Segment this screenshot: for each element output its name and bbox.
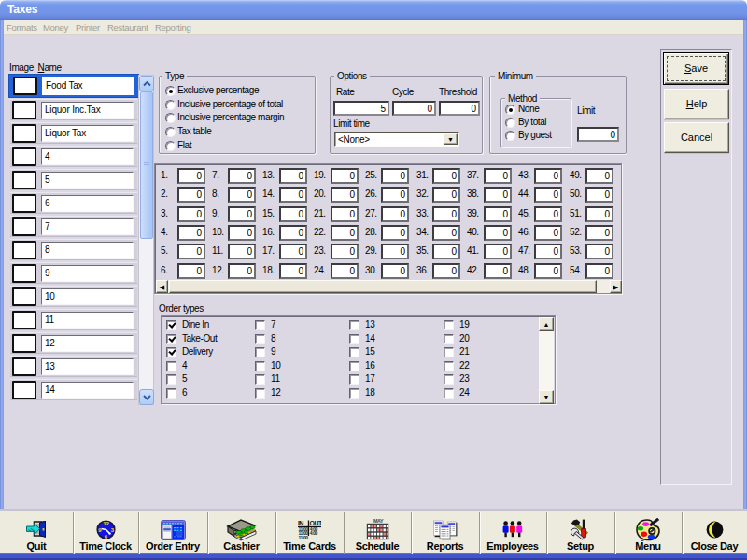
svg-text:IN: IN [298,520,303,526]
svg-text:4:00: 4:00 [310,530,318,536]
svg-text:12: 12 [103,521,109,526]
svg-text:MAY: MAY [374,519,384,524]
svg-text:OUT: OUT [310,520,321,526]
svg-text:11:00: 11:00 [299,535,309,539]
